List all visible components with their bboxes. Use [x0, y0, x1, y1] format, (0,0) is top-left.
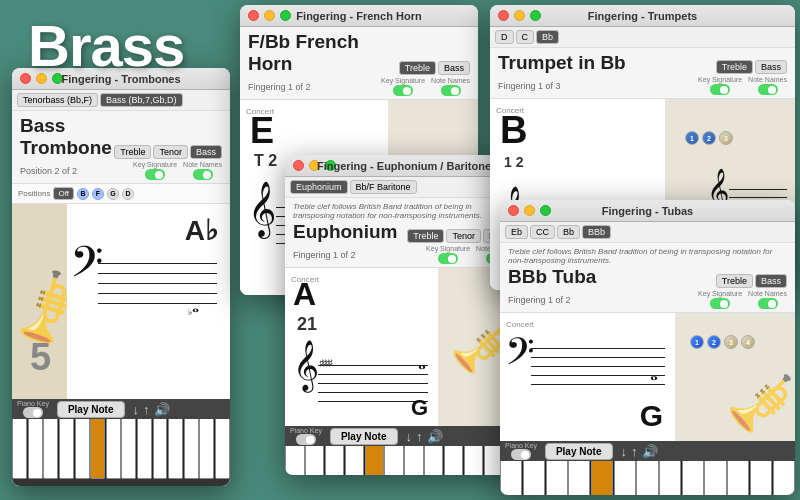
tuba-key-b[interactable] — [636, 461, 658, 495]
maximize-button-tuba[interactable] — [540, 205, 551, 216]
tuba-tab-bbb[interactable]: BBb — [582, 225, 611, 239]
key-d2[interactable] — [153, 419, 168, 479]
trombone-play-button[interactable]: Play Note — [57, 401, 125, 418]
trombone-keysig-toggle[interactable] — [145, 169, 165, 180]
euph-tab-euph[interactable]: Euphonium — [290, 180, 348, 194]
tuba-key-g[interactable] — [591, 461, 613, 495]
trombone-tenor-tab[interactable]: Tenor — [153, 145, 188, 159]
horn-bass-tab[interactable]: Bass — [438, 61, 470, 75]
trombone-notenames-toggle[interactable] — [193, 169, 213, 180]
tuba-bass-tab[interactable]: Bass — [755, 274, 787, 288]
tuba-key-f2[interactable] — [727, 461, 749, 495]
key-a2[interactable] — [215, 419, 230, 479]
close-button-trumpet[interactable] — [498, 10, 509, 21]
euph-key-g[interactable] — [365, 446, 384, 475]
tuba-key-d[interactable] — [523, 461, 545, 495]
key-f2[interactable] — [184, 419, 199, 479]
euph-key-c[interactable] — [285, 446, 304, 475]
key-d[interactable] — [28, 419, 43, 479]
trumpet-tab-c[interactable]: C — [516, 30, 535, 44]
trumpet-treble-tab[interactable]: Treble — [716, 60, 753, 74]
key-g2[interactable] — [199, 419, 214, 479]
key-e[interactable] — [43, 419, 58, 479]
tuba-key-d2[interactable] — [682, 461, 704, 495]
trombone-tab-tenorbass[interactable]: Tenorbass (Bb,F) — [17, 93, 98, 107]
tuba-key-e2[interactable] — [704, 461, 726, 495]
euph-key-f[interactable] — [345, 446, 364, 475]
trumpet-tab-d[interactable]: D — [495, 30, 514, 44]
key-c2[interactable] — [137, 419, 152, 479]
tuba-key-g2[interactable] — [750, 461, 772, 495]
euph-key-e[interactable] — [325, 446, 344, 475]
key-ab[interactable] — [90, 419, 105, 479]
trombone-up-arrow[interactable]: ↑ — [143, 402, 150, 417]
tuba-tab-eb[interactable]: Eb — [505, 225, 528, 239]
maximize-button-horn[interactable] — [280, 10, 291, 21]
key-g[interactable] — [75, 419, 90, 479]
horn-notenames-toggle[interactable] — [441, 85, 461, 96]
euph-piano-toggle[interactable] — [296, 434, 316, 445]
tuba-tab-cc[interactable]: CC — [530, 225, 555, 239]
trumpet-bass-tab[interactable]: Bass — [755, 60, 787, 74]
tuba-down-arrow[interactable]: ↓ — [621, 444, 628, 459]
euph-treble-tab[interactable]: Treble — [407, 229, 444, 243]
euph-speaker-icon[interactable]: 🔊 — [427, 429, 443, 444]
trombone-pos-off[interactable]: Off — [53, 187, 74, 200]
euph-up-arrow[interactable]: ↑ — [416, 429, 423, 444]
tuba-speaker-icon[interactable]: 🔊 — [642, 444, 658, 459]
trombone-piano-toggle[interactable] — [23, 407, 43, 418]
euph-key-d2[interactable] — [444, 446, 463, 475]
tuba-key-f[interactable] — [568, 461, 590, 495]
key-c[interactable] — [12, 419, 27, 479]
tuba-up-arrow[interactable]: ↑ — [631, 444, 638, 459]
euph-key-a[interactable] — [384, 446, 403, 475]
key-b[interactable] — [121, 419, 136, 479]
tuba-play-button[interactable]: Play Note — [545, 443, 613, 460]
tuba-keysig-toggle[interactable] — [710, 298, 730, 309]
tuba-tab-bb[interactable]: Bb — [557, 225, 580, 239]
euph-keysig-toggle[interactable] — [438, 253, 458, 264]
traffic-lights-trumpet — [498, 10, 541, 21]
trombone-pos-f[interactable]: F — [92, 188, 104, 200]
close-button-tuba[interactable] — [508, 205, 519, 216]
trombone-bass-tab[interactable]: Bass — [190, 145, 222, 159]
tuba-key-c2[interactable] — [659, 461, 681, 495]
euph-key-b[interactable] — [404, 446, 423, 475]
euph-down-arrow[interactable]: ↓ — [406, 429, 413, 444]
minimize-button-horn[interactable] — [264, 10, 275, 21]
tuba-treble-tab[interactable]: Treble — [716, 274, 753, 288]
horn-treble-tab[interactable]: Treble — [399, 61, 436, 75]
euph-tab-baritone[interactable]: Bb/F Baritone — [350, 180, 417, 194]
euph-key-e2[interactable] — [464, 446, 483, 475]
tuba-key-c[interactable] — [500, 461, 522, 495]
key-e2[interactable] — [168, 419, 183, 479]
close-button-euph[interactable] — [293, 160, 304, 171]
key-a[interactable] — [106, 419, 121, 479]
trumpet-tab-bb[interactable]: Bb — [536, 30, 559, 44]
trombone-pos-g[interactable]: G — [107, 188, 119, 200]
trombone-pos-b[interactable]: B — [77, 188, 89, 200]
trombone-down-arrow[interactable]: ↓ — [133, 402, 140, 417]
minimize-button-trumpet[interactable] — [514, 10, 525, 21]
euph-key-d[interactable] — [305, 446, 324, 475]
tuba-key-e[interactable] — [546, 461, 568, 495]
tuba-key-a2[interactable] — [773, 461, 795, 495]
trombone-tab-bass[interactable]: Bass (Bb,7,Gb,D) — [100, 93, 183, 107]
trumpet-keysig-toggle[interactable] — [710, 84, 730, 95]
minimize-button-tuba[interactable] — [524, 205, 535, 216]
trombone-treble-tab[interactable]: Treble — [114, 145, 151, 159]
tuba-piano-toggle[interactable] — [511, 449, 531, 460]
tuba-notenames-toggle[interactable] — [758, 298, 778, 309]
key-f[interactable] — [59, 419, 74, 479]
maximize-button-trumpet[interactable] — [530, 10, 541, 21]
euph-key-c2[interactable] — [424, 446, 443, 475]
close-button-horn[interactable] — [248, 10, 259, 21]
tuba-key-a[interactable] — [614, 461, 636, 495]
trombone-speaker-icon[interactable]: 🔊 — [154, 402, 170, 417]
trombone-pos-d[interactable]: D — [122, 188, 134, 200]
horn-keysig-toggle[interactable] — [393, 85, 413, 96]
euph-tenor-tab[interactable]: Tenor — [446, 229, 481, 243]
trumpet-notenames-toggle[interactable] — [758, 84, 778, 95]
valve-1: 1 — [685, 131, 699, 145]
euph-play-button[interactable]: Play Note — [330, 428, 398, 445]
